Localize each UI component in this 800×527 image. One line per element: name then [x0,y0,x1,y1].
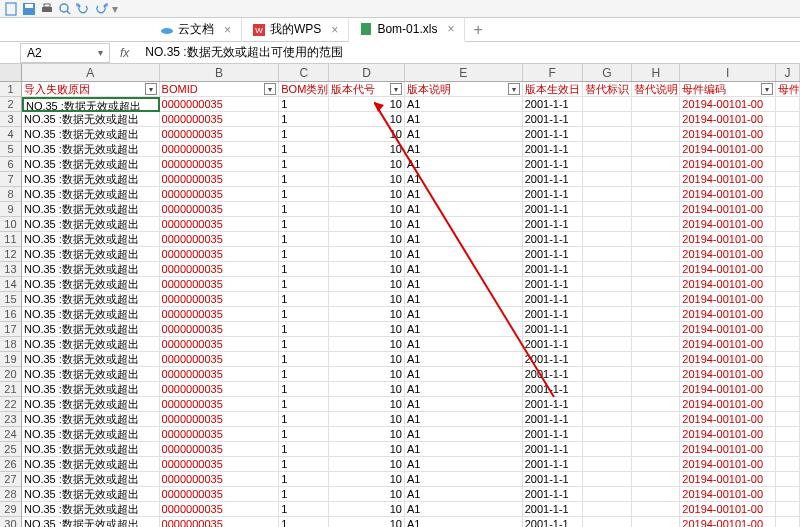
cell[interactable]: 0000000035 [160,247,280,262]
cell[interactable]: 10 [329,112,405,127]
cell[interactable]: 1 [279,487,329,502]
cell[interactable]: A1 [405,127,523,142]
cell[interactable]: 1 [279,112,329,127]
cell[interactable]: 0000000035 [160,517,280,527]
cell[interactable]: 10 [329,442,405,457]
cell[interactable]: 2001-1-1 [523,247,583,262]
cell[interactable] [776,277,800,292]
cell[interactable]: 0000000035 [160,427,280,442]
cell[interactable]: 20194-00101-00 [680,142,776,157]
cell[interactable]: A1 [405,487,523,502]
cell[interactable]: 2001-1-1 [523,187,583,202]
cell[interactable] [583,232,633,247]
cell[interactable]: 0000000035 [160,172,280,187]
cell[interactable] [632,352,680,367]
cell[interactable]: 10 [329,472,405,487]
col-header[interactable]: B [160,64,280,81]
cell[interactable]: 1 [279,217,329,232]
cell[interactable] [583,487,633,502]
cell[interactable]: NO.35 :数据无效或超出 [22,292,160,307]
cell[interactable]: NO.35 :数据无效或超出 [22,457,160,472]
row-header[interactable]: 12 [0,247,22,262]
redo-icon[interactable] [94,2,108,16]
cell[interactable]: 1 [279,397,329,412]
cell[interactable]: A1 [405,352,523,367]
cell[interactable]: 20194-00101-00 [680,277,776,292]
cell[interactable]: 20194-00101-00 [680,322,776,337]
cell[interactable]: 20194-00101-00 [680,442,776,457]
cell[interactable]: 10 [329,172,405,187]
cell[interactable] [583,352,633,367]
cell[interactable] [632,457,680,472]
cell[interactable]: 2001-1-1 [523,442,583,457]
cell[interactable]: A1 [405,517,523,527]
cell[interactable]: 0000000035 [160,442,280,457]
cell[interactable]: 2001-1-1 [523,232,583,247]
cell[interactable]: 1 [279,472,329,487]
cell[interactable] [583,277,633,292]
cell[interactable]: NO.35 :数据无效或超出 [22,157,160,172]
cell[interactable]: NO.35 :数据无效或超出 [22,427,160,442]
undo-icon[interactable] [76,2,90,16]
header-cell[interactable]: 导入失败原因▾ [22,82,160,97]
cell[interactable] [776,157,800,172]
cell[interactable]: 10 [329,517,405,527]
cell[interactable] [776,337,800,352]
cell[interactable] [776,412,800,427]
cell[interactable]: 10 [329,427,405,442]
cell[interactable]: 20194-00101-00 [680,337,776,352]
cell[interactable] [776,247,800,262]
cell[interactable]: A1 [405,262,523,277]
cell[interactable]: 10 [329,187,405,202]
cell[interactable]: 1 [279,277,329,292]
cell[interactable]: 20194-00101-00 [680,232,776,247]
row-header[interactable]: 24 [0,427,22,442]
cell[interactable]: 1 [279,457,329,472]
cell[interactable]: 0000000035 [160,187,280,202]
cell[interactable]: 2001-1-1 [523,412,583,427]
cell[interactable]: 0000000035 [160,382,280,397]
row-header[interactable]: 16 [0,307,22,322]
cell[interactable]: 20194-00101-00 [680,262,776,277]
cell[interactable]: 10 [329,217,405,232]
cell[interactable]: 10 [329,262,405,277]
new-icon[interactable] [4,2,18,16]
cell[interactable]: 10 [329,322,405,337]
cell[interactable]: A1 [405,472,523,487]
add-tab-button[interactable]: + [465,21,490,39]
cell[interactable]: 20194-00101-00 [680,292,776,307]
cell[interactable]: 10 [329,127,405,142]
cell[interactable]: NO.35 :数据无效或超出 [22,277,160,292]
cell[interactable]: 2001-1-1 [523,487,583,502]
cell[interactable]: 1 [279,382,329,397]
cell[interactable]: NO.35 :数据无效或超出 [22,322,160,337]
row-header[interactable]: 29 [0,502,22,517]
row-header[interactable]: 13 [0,262,22,277]
cell[interactable]: 2001-1-1 [523,157,583,172]
tab-cloud-docs[interactable]: 云文档 × [150,18,242,42]
cell[interactable]: 0000000035 [160,397,280,412]
row-header[interactable]: 26 [0,457,22,472]
cell[interactable]: 0000000035 [160,412,280,427]
cell[interactable]: 10 [329,487,405,502]
col-header[interactable]: H [632,64,680,81]
cell[interactable] [583,247,633,262]
cell[interactable]: A1 [405,247,523,262]
row-header[interactable]: 23 [0,412,22,427]
cell[interactable] [583,412,633,427]
row-header[interactable]: 27 [0,472,22,487]
cell[interactable]: NO.35 :数据无效或超出 [22,112,160,127]
cell[interactable] [583,127,633,142]
col-header[interactable]: C [279,64,329,81]
cell[interactable]: NO.35 :数据无效或超出 [22,502,160,517]
cell[interactable] [776,367,800,382]
cell[interactable]: 1 [279,202,329,217]
cell[interactable]: 20194-00101-00 [680,367,776,382]
cell[interactable] [776,352,800,367]
header-cell[interactable]: 替代说明▾ [632,82,680,97]
cell[interactable]: NO.35 :数据无效或超出 [22,142,160,157]
cell[interactable] [583,442,633,457]
cell[interactable]: 2001-1-1 [523,277,583,292]
cell[interactable]: 2001-1-1 [523,352,583,367]
cell[interactable] [632,127,680,142]
